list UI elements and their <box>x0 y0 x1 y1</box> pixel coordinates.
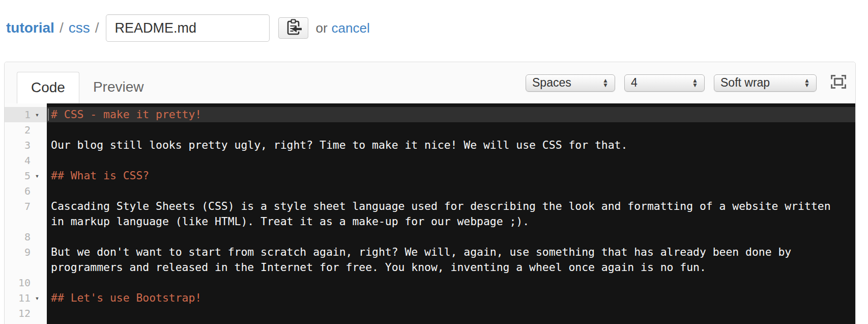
breadcrumb: tutorial / css / or cancel <box>6 14 868 42</box>
indent-size-select[interactable]: 4 ▲▼ <box>624 74 705 92</box>
code-area[interactable] <box>47 153 855 168</box>
editor-line: 6 ▾ <box>5 183 855 199</box>
filename-input[interactable] <box>106 14 270 42</box>
code-line-text[interactable]: Our blog still looks pretty ugly, right?… <box>51 138 844 153</box>
select-arrows-icon: ▲▼ <box>602 78 609 88</box>
line-number[interactable]: 9 <box>5 245 31 275</box>
gutter-cell: 12 ▾ <box>5 306 47 321</box>
line-number[interactable]: 11 <box>5 290 31 306</box>
editor-line: 7 ▾ Cascading Style Sheets (CSS) is a st… <box>5 199 855 229</box>
editor-line: 12 ▾ <box>5 306 855 321</box>
gutter-cell: 4 ▾ <box>5 153 47 168</box>
line-number[interactable]: 13 <box>5 321 31 324</box>
code-area[interactable] <box>47 229 855 245</box>
code-area[interactable]: Cascading Style Sheets (CSS) is a style … <box>47 199 855 229</box>
code-line-text[interactable]: Cascading Style Sheets (CSS) is a style … <box>51 199 844 229</box>
editor-line: 5 ▾ ## What is CSS? <box>5 168 855 183</box>
line-number[interactable]: 8 <box>5 229 31 245</box>
editor-line: 8 ▾ <box>5 229 855 245</box>
line-number[interactable]: 1 <box>5 107 31 122</box>
or-text: or <box>315 20 327 36</box>
indent-mode-value: Spaces <box>532 76 596 90</box>
editor-toolbar: Spaces ▲▼ 4 ▲▼ Soft wrap ▲▼ <box>516 62 855 103</box>
gutter-cell: 13 ▾ <box>5 321 47 324</box>
code-area[interactable] <box>47 122 855 138</box>
fold-arrow-icon[interactable]: ▾ <box>31 290 44 306</box>
line-number[interactable]: 6 <box>5 183 31 199</box>
code-area[interactable] <box>47 306 855 321</box>
gutter-cell: 10 ▾ <box>5 275 47 290</box>
code-area[interactable]: ## Let's use Bootstrap! <box>47 290 855 306</box>
code-area[interactable] <box>47 321 855 324</box>
gutter-cell: 6 ▾ <box>5 183 47 199</box>
select-arrows-icon: ▲▼ <box>804 78 810 88</box>
tab-code[interactable]: Code <box>17 72 79 103</box>
indent-size-value: 4 <box>631 76 686 90</box>
line-number[interactable]: 10 <box>5 275 31 290</box>
code-area[interactable]: Our blog still looks pretty ugly, right?… <box>47 138 855 153</box>
gutter-cell: 1 ▾ <box>5 107 47 122</box>
editor-line: 11 ▾ ## Let's use Bootstrap! <box>5 290 855 306</box>
breadcrumb-separator: / <box>95 20 99 36</box>
fullscreen-button[interactable] <box>830 74 847 91</box>
line-number[interactable]: 3 <box>5 138 31 153</box>
code-line-text[interactable]: # CSS - make it pretty! <box>51 107 844 122</box>
line-number[interactable]: 2 <box>5 122 31 138</box>
fold-arrow-icon[interactable]: ▾ <box>31 107 44 122</box>
gutter-cell: 3 ▾ <box>5 138 47 153</box>
code-line-text[interactable]: But we don't want to start from scratch … <box>51 245 844 275</box>
editor-tabs: Code Preview <box>17 62 158 103</box>
select-arrows-icon: ▲▼ <box>692 78 698 88</box>
screen-full-icon <box>830 74 847 91</box>
line-number[interactable]: 12 <box>5 306 31 321</box>
text-cursor <box>48 109 49 121</box>
gutter-cell: 8 ▾ <box>5 229 47 245</box>
indent-mode-select[interactable]: Spaces ▲▼ <box>526 74 615 92</box>
breadcrumb-separator: / <box>60 20 64 36</box>
editor-line: 2 ▾ <box>5 122 855 138</box>
breadcrumb-repo-link[interactable]: tutorial <box>6 20 54 36</box>
code-line-text[interactable]: ## Let's use Bootstrap! <box>51 290 844 306</box>
code-area[interactable]: # CSS - make it pretty! <box>47 107 855 122</box>
line-number[interactable]: 5 <box>5 168 31 183</box>
editor-line: 10 ▾ <box>5 275 855 290</box>
line-number[interactable]: 7 <box>5 199 31 229</box>
filename-action-button[interactable] <box>278 17 308 39</box>
cancel-link[interactable]: cancel <box>332 20 370 36</box>
wrap-mode-value: Soft wrap <box>720 76 798 90</box>
editor-line: 3 ▾ Our blog still looks pretty ugly, ri… <box>5 138 855 153</box>
editor-line: 13 ▾ <box>5 321 855 324</box>
code-area[interactable]: ## What is CSS? <box>47 168 855 183</box>
gutter-cell: 9 ▾ <box>5 245 47 275</box>
editor-line: 1 ▾ # CSS - make it pretty! <box>5 107 855 122</box>
gutter-cell: 2 ▾ <box>5 122 47 138</box>
gutter-cell: 5 ▾ <box>5 168 47 183</box>
breadcrumb-folder-link[interactable]: css <box>69 20 90 36</box>
gutter-cell: 11 ▾ <box>5 290 47 306</box>
code-area[interactable]: But we don't want to start from scratch … <box>47 245 855 275</box>
code-area[interactable] <box>47 183 855 199</box>
editor-header: Code Preview Spaces ▲▼ 4 ▲▼ Soft wrap ▲▼ <box>5 62 855 103</box>
code-area[interactable] <box>47 275 855 290</box>
code-editor-body[interactable]: 1 ▾ # CSS - make it pretty! 2 ▾ 3 ▾ Our … <box>5 103 855 324</box>
wrap-mode-select[interactable]: Soft wrap ▲▼ <box>714 74 817 92</box>
file-editor: Code Preview Spaces ▲▼ 4 ▲▼ Soft wrap ▲▼ <box>4 62 856 324</box>
code-line-text[interactable]: ## What is CSS? <box>51 168 844 183</box>
gutter-cell: 7 ▾ <box>5 199 47 229</box>
tab-preview[interactable]: Preview <box>79 72 158 103</box>
fold-arrow-icon[interactable]: ▾ <box>31 168 44 183</box>
line-number[interactable]: 4 <box>5 153 31 168</box>
editor-line: 4 ▾ <box>5 153 855 168</box>
clipboard-arrow-icon <box>285 18 302 38</box>
editor-line: 9 ▾ But we don't want to start from scra… <box>5 245 855 275</box>
